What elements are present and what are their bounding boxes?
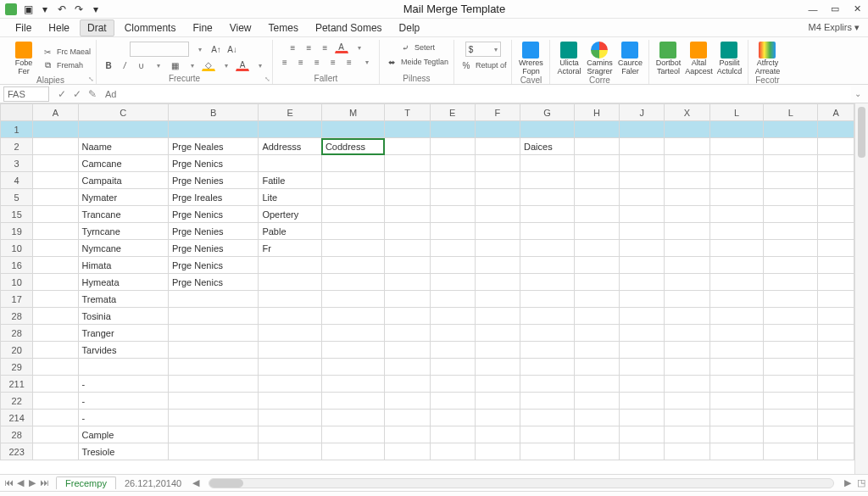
cell[interactable] [430,274,475,291]
cell[interactable] [321,359,385,376]
cell[interactable] [818,155,854,172]
cell[interactable] [321,410,385,426]
cell[interactable] [620,393,665,410]
cell[interactable] [321,274,385,291]
menu-drat[interactable]: Drat [80,20,114,36]
border-button[interactable]: ▦ [168,59,181,71]
column-header[interactable]: T [385,104,430,121]
cell[interactable] [665,376,709,393]
cell[interactable] [33,172,78,189]
cell[interactable]: Nymater [78,189,168,206]
align-right-icon[interactable]: ≡ [310,56,324,68]
cell[interactable] [620,376,665,393]
cell[interactable] [475,359,520,376]
cell[interactable] [321,308,385,325]
number-format-select[interactable]: $▾ [465,42,501,57]
cell[interactable] [33,443,78,460]
cell[interactable] [574,155,619,172]
cell[interactable] [764,443,818,460]
cell[interactable] [665,291,709,308]
cell[interactable] [520,189,575,206]
cell[interactable] [764,325,818,342]
cell[interactable] [430,393,475,410]
cell[interactable] [78,359,168,376]
cell[interactable] [764,189,818,206]
cell[interactable] [709,342,764,359]
tab-nav-button[interactable]: ⏮ [3,477,14,488]
cell[interactable]: Lite [259,189,322,206]
styles-button-2[interactable]: CaminsSragrer [586,42,613,75]
horizontal-scrollbar[interactable] [209,478,834,488]
cell[interactable] [430,410,475,426]
cell[interactable] [574,172,619,189]
cell[interactable] [665,308,709,325]
column-header[interactable]: H [574,104,619,121]
cell[interactable] [665,325,709,342]
dropdown-icon[interactable]: ▾ [193,43,207,55]
cell[interactable] [665,189,709,206]
cell[interactable] [321,223,385,240]
cell[interactable] [168,376,258,393]
cell[interactable] [620,155,665,172]
cell[interactable] [430,325,475,342]
cell[interactable] [385,138,430,155]
cell[interactable] [764,223,818,240]
qat-dropdown-icon[interactable]: ▾ [39,3,51,15]
cell[interactable] [818,274,854,291]
cell[interactable] [709,240,764,257]
column-header[interactable]: L [764,104,818,121]
delete-button[interactable]: AltalAapcest [685,42,712,75]
cell[interactable]: Prge Neales [168,138,258,155]
row-header[interactable]: 4 [1,172,33,189]
cell[interactable]: Fr [259,240,322,257]
row-header[interactable]: 17 [1,291,33,308]
cell[interactable] [665,443,709,460]
cell[interactable] [430,189,475,206]
cell[interactable] [574,189,619,206]
cell[interactable] [665,240,709,257]
cell[interactable] [764,121,818,138]
cell[interactable] [168,393,258,410]
row-header[interactable]: 3 [1,155,33,172]
align-top-icon[interactable]: ≡ [287,42,300,53]
cell[interactable] [818,291,854,308]
cell[interactable]: Hymeata [78,274,168,291]
cell[interactable]: - [78,376,168,393]
column-header[interactable]: F [475,104,520,121]
cell[interactable] [385,410,430,426]
column-header[interactable]: C [78,104,168,121]
cell[interactable] [620,342,665,359]
cell[interactable] [430,342,475,359]
row-header[interactable]: 15 [1,206,33,223]
cell[interactable] [665,172,709,189]
cell[interactable] [385,274,430,291]
cell[interactable] [764,274,818,291]
menu-clomments[interactable]: Clomments [118,20,183,36]
cell[interactable] [321,206,385,223]
cell[interactable] [259,443,322,460]
cell[interactable] [321,121,385,138]
cell[interactable] [321,393,385,410]
row-header[interactable]: 10 [1,240,33,257]
cell[interactable] [475,291,520,308]
cell[interactable] [764,342,818,359]
dropdown-icon[interactable]: ▾ [353,42,366,53]
cell[interactable]: Prge Nenies [168,240,258,257]
cell[interactable]: Prge Nenics [168,206,258,223]
cell[interactable] [709,359,764,376]
cell[interactable] [168,325,258,342]
cell[interactable] [574,206,619,223]
cell[interactable] [78,121,168,138]
cell[interactable] [709,443,764,460]
cell[interactable] [574,426,619,443]
cell[interactable] [709,274,764,291]
cell[interactable] [475,223,520,240]
align-left-icon[interactable]: ≡ [278,56,292,68]
cell[interactable] [430,121,475,138]
row-header[interactable]: 223 [1,443,33,460]
cell[interactable] [259,257,322,274]
cell[interactable] [665,206,709,223]
cell[interactable] [620,189,665,206]
cell[interactable]: Trancane [78,206,168,223]
cell[interactable] [475,308,520,325]
